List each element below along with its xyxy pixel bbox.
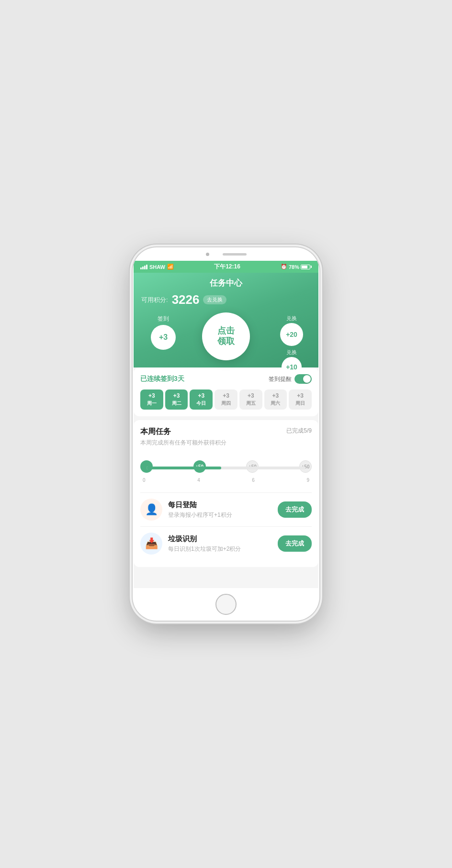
carrier-name: SHAW [149,264,165,270]
circles-area: 签到 +3 点击 领取 兑换 [141,315,311,367]
status-left: SHAW 📶 [140,264,174,270]
points-value: 3226 [172,292,200,307]
exchange2-points: +10 [286,363,297,371]
day-btn-mon[interactable]: +3 周一 [140,389,163,410]
milestone-num-0: 0 [143,478,146,483]
wifi-icon: 📶 [167,264,174,270]
trash-download-icon: 📥 [145,537,158,550]
speaker [223,253,247,256]
status-bar: SHAW 📶 下午12:16 ⏰ 78% [134,261,318,273]
day-btn-sun[interactable]: +3 周日 [289,389,312,410]
battery-icon [301,265,312,269]
alarm-icon: ⏰ [281,264,287,270]
exchange1-label: 兑换 [280,315,303,322]
milestone-num-9: 9 [306,478,309,483]
exchange1-points: +20 [286,331,297,338]
main-action-circle[interactable]: 点击 领取 [202,312,250,360]
checkin-streak: 已连续签到3天 [140,375,184,383]
battery-percent: 78% [289,264,299,270]
exchange-badge-2: 兑换 +10 [280,349,303,377]
task-login-btn[interactable]: 去完成 [278,501,312,518]
exchange1-circle[interactable]: +20 [280,323,303,346]
day-btn-sat[interactable]: +3 周六 [264,389,287,410]
milestone-num-4: 4 [197,478,200,483]
signal-bar-2 [142,267,144,269]
streak-suffix: 天 [178,375,184,382]
task-login-title: 每日登陆 [168,501,278,510]
main-btn-line1: 点击 [217,326,235,335]
streak-days: 3 [174,375,178,382]
task-login-desc: 登录海报小程序可+1积分 [168,511,278,519]
status-time: 下午12:16 [214,263,240,271]
signal-bar-4 [146,265,147,269]
task-trash-btn[interactable]: 去完成 [278,535,312,552]
day-buttons: +3 周一 +3 周二 +3 今日 +3 周四 [140,389,312,410]
weekly-tasks-header: 本周任务 已完成5/9 [140,427,312,437]
task-trash-detect: 📥 垃圾识别 每日识别1次垃圾可加+2积分 去完成 [140,526,312,560]
phone-top-bar [133,247,319,261]
progress-bar-wrapper: +50 +50 +50 [140,454,312,492]
streak-prefix: 已连续签到 [140,375,174,382]
login-person-icon: 👤 [145,503,158,516]
scroll-content: 已连续签到3天 签到提醒 +3 周一 +3 [134,367,318,588]
signal-bar-3 [144,266,146,269]
page-title: 任务中心 [141,278,311,289]
right-badges: 兑换 +20 兑换 +10 [280,315,303,380]
exchange2-label: 兑换 [280,349,303,356]
camera [206,253,209,256]
home-button[interactable] [215,594,237,615]
day-btn-fri[interactable]: +3 周五 [239,389,262,410]
day-btn-today[interactable]: +3 今日 [190,389,213,410]
toggle-thumb [303,375,311,383]
task-daily-login: 👤 每日登陆 登录海报小程序可+1积分 去完成 [140,492,312,526]
signal-bar-1 [140,267,142,269]
main-btn-line2: 领取 [217,336,235,346]
day-btn-thu[interactable]: +3 周四 [215,389,237,410]
points-row: 可用积分: 3226 去兑换 [141,292,311,307]
weekly-tasks-card: 本周任务 已完成5/9 本周完成所有任务可额外获得积分 +50 [134,420,318,567]
task-login-icon: 👤 [140,499,162,521]
weekly-tasks-desc: 本周完成所有任务可额外获得积分 [140,439,312,447]
reminder-toggle[interactable] [294,374,312,384]
task-trash-info: 垃圾识别 每日识别1次垃圾可加+2积分 [168,534,278,553]
task-login-info: 每日登陆 登录海报小程序可+1积分 [168,501,278,519]
weekly-tasks-title: 本周任务 [140,427,171,437]
day-btn-tue[interactable]: +3 周二 [165,389,188,410]
weekly-tasks-completed: 已完成5/9 [286,427,312,435]
task-trash-icon: 📥 [140,533,162,555]
main-circle-text: 点击 领取 [217,326,235,346]
task-trash-title: 垃圾识别 [168,534,278,544]
task-trash-desc: 每日识别1次垃圾可加+2积分 [168,545,278,553]
signal-bars [140,265,147,269]
screen: SHAW 📶 下午12:16 ⏰ 78% 任务中心 可用积分: 3226 [134,261,318,588]
exchange-badge-1: 兑换 +20 [280,315,303,346]
status-right: ⏰ 78% [281,264,312,270]
sign-in-points: +3 [159,333,168,342]
points-label: 可用积分: [141,296,168,304]
header-section: 任务中心 可用积分: 3226 去兑换 签到 +3 点击 [134,273,318,367]
sign-in-circle[interactable]: +3 [151,325,176,350]
phone-frame: SHAW 📶 下午12:16 ⏰ 78% 任务中心 可用积分: 3226 [133,247,319,621]
milestone-num-6: 6 [252,478,255,483]
sign-in-section: 签到 +3 [151,315,176,350]
sign-in-label: 签到 [151,315,176,323]
exchange-button[interactable]: 去兑换 [203,295,226,304]
